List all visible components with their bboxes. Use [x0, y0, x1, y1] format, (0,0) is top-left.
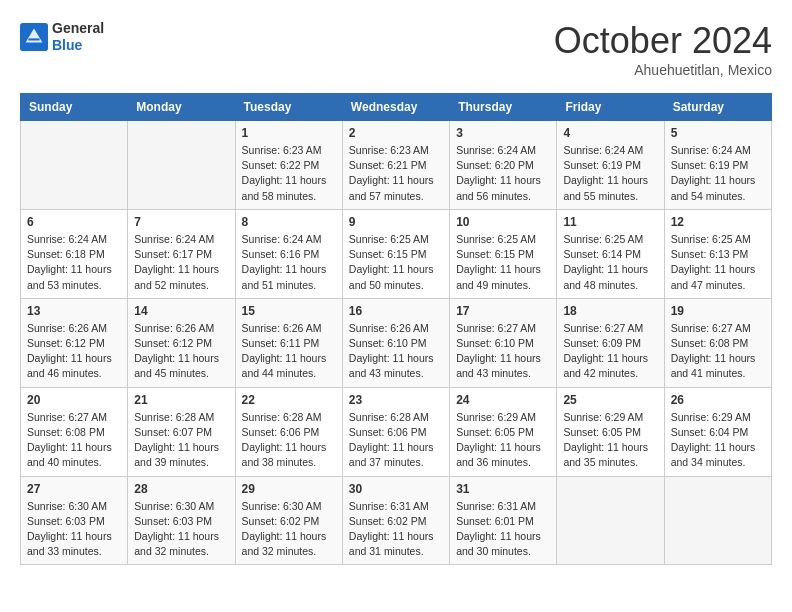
calendar-cell: 6Sunrise: 6:24 AM Sunset: 6:18 PM Daylig…: [21, 209, 128, 298]
calendar-cell: 31Sunrise: 6:31 AM Sunset: 6:01 PM Dayli…: [450, 476, 557, 565]
calendar-cell: 9Sunrise: 6:25 AM Sunset: 6:15 PM Daylig…: [342, 209, 449, 298]
calendar-cell: 11Sunrise: 6:25 AM Sunset: 6:14 PM Dayli…: [557, 209, 664, 298]
calendar-week-4: 20Sunrise: 6:27 AM Sunset: 6:08 PM Dayli…: [21, 387, 772, 476]
calendar-cell: 25Sunrise: 6:29 AM Sunset: 6:05 PM Dayli…: [557, 387, 664, 476]
day-number: 14: [134, 304, 228, 318]
day-number: 20: [27, 393, 121, 407]
day-number: 10: [456, 215, 550, 229]
day-info: Sunrise: 6:24 AM Sunset: 6:20 PM Dayligh…: [456, 143, 550, 204]
calendar-cell: 28Sunrise: 6:30 AM Sunset: 6:03 PM Dayli…: [128, 476, 235, 565]
calendar-body: 1Sunrise: 6:23 AM Sunset: 6:22 PM Daylig…: [21, 121, 772, 565]
day-info: Sunrise: 6:30 AM Sunset: 6:02 PM Dayligh…: [242, 499, 336, 560]
day-number: 26: [671, 393, 765, 407]
day-info: Sunrise: 6:26 AM Sunset: 6:11 PM Dayligh…: [242, 321, 336, 382]
weekday-header-thursday: Thursday: [450, 94, 557, 121]
day-number: 3: [456, 126, 550, 140]
calendar-cell: 10Sunrise: 6:25 AM Sunset: 6:15 PM Dayli…: [450, 209, 557, 298]
month-title: October 2024: [554, 20, 772, 62]
day-number: 7: [134, 215, 228, 229]
day-number: 15: [242, 304, 336, 318]
calendar-cell: 26Sunrise: 6:29 AM Sunset: 6:04 PM Dayli…: [664, 387, 771, 476]
day-info: Sunrise: 6:26 AM Sunset: 6:10 PM Dayligh…: [349, 321, 443, 382]
day-number: 16: [349, 304, 443, 318]
day-number: 25: [563, 393, 657, 407]
calendar-cell: 23Sunrise: 6:28 AM Sunset: 6:06 PM Dayli…: [342, 387, 449, 476]
day-info: Sunrise: 6:25 AM Sunset: 6:15 PM Dayligh…: [349, 232, 443, 293]
day-info: Sunrise: 6:29 AM Sunset: 6:05 PM Dayligh…: [456, 410, 550, 471]
day-info: Sunrise: 6:30 AM Sunset: 6:03 PM Dayligh…: [134, 499, 228, 560]
calendar-cell: 13Sunrise: 6:26 AM Sunset: 6:12 PM Dayli…: [21, 298, 128, 387]
day-info: Sunrise: 6:26 AM Sunset: 6:12 PM Dayligh…: [134, 321, 228, 382]
calendar-cell: 16Sunrise: 6:26 AM Sunset: 6:10 PM Dayli…: [342, 298, 449, 387]
svg-rect-2: [28, 38, 39, 40]
day-number: 28: [134, 482, 228, 496]
day-number: 21: [134, 393, 228, 407]
day-number: 19: [671, 304, 765, 318]
day-info: Sunrise: 6:29 AM Sunset: 6:05 PM Dayligh…: [563, 410, 657, 471]
calendar-cell: 15Sunrise: 6:26 AM Sunset: 6:11 PM Dayli…: [235, 298, 342, 387]
calendar-table: SundayMondayTuesdayWednesdayThursdayFrid…: [20, 93, 772, 565]
calendar-week-5: 27Sunrise: 6:30 AM Sunset: 6:03 PM Dayli…: [21, 476, 772, 565]
day-info: Sunrise: 6:27 AM Sunset: 6:08 PM Dayligh…: [671, 321, 765, 382]
day-number: 22: [242, 393, 336, 407]
calendar-cell: 29Sunrise: 6:30 AM Sunset: 6:02 PM Dayli…: [235, 476, 342, 565]
day-info: Sunrise: 6:24 AM Sunset: 6:19 PM Dayligh…: [563, 143, 657, 204]
day-info: Sunrise: 6:31 AM Sunset: 6:02 PM Dayligh…: [349, 499, 443, 560]
day-info: Sunrise: 6:24 AM Sunset: 6:19 PM Dayligh…: [671, 143, 765, 204]
title-block: October 2024 Ahuehuetitlan, Mexico: [554, 20, 772, 78]
logo-icon: [20, 23, 48, 51]
calendar-cell: [21, 121, 128, 210]
day-info: Sunrise: 6:25 AM Sunset: 6:15 PM Dayligh…: [456, 232, 550, 293]
calendar-cell: 17Sunrise: 6:27 AM Sunset: 6:10 PM Dayli…: [450, 298, 557, 387]
calendar-cell: 7Sunrise: 6:24 AM Sunset: 6:17 PM Daylig…: [128, 209, 235, 298]
calendar-cell: 12Sunrise: 6:25 AM Sunset: 6:13 PM Dayli…: [664, 209, 771, 298]
calendar-cell: 21Sunrise: 6:28 AM Sunset: 6:07 PM Dayli…: [128, 387, 235, 476]
day-info: Sunrise: 6:24 AM Sunset: 6:17 PM Dayligh…: [134, 232, 228, 293]
day-number: 18: [563, 304, 657, 318]
location: Ahuehuetitlan, Mexico: [554, 62, 772, 78]
day-number: 24: [456, 393, 550, 407]
weekday-header-wednesday: Wednesday: [342, 94, 449, 121]
weekday-header-monday: Monday: [128, 94, 235, 121]
calendar-cell: 3Sunrise: 6:24 AM Sunset: 6:20 PM Daylig…: [450, 121, 557, 210]
calendar-cell: 1Sunrise: 6:23 AM Sunset: 6:22 PM Daylig…: [235, 121, 342, 210]
day-info: Sunrise: 6:30 AM Sunset: 6:03 PM Dayligh…: [27, 499, 121, 560]
logo-text: General Blue: [52, 20, 104, 54]
calendar-cell: [664, 476, 771, 565]
weekday-header-sunday: Sunday: [21, 94, 128, 121]
day-number: 8: [242, 215, 336, 229]
calendar-cell: 30Sunrise: 6:31 AM Sunset: 6:02 PM Dayli…: [342, 476, 449, 565]
day-info: Sunrise: 6:23 AM Sunset: 6:21 PM Dayligh…: [349, 143, 443, 204]
day-number: 13: [27, 304, 121, 318]
day-number: 31: [456, 482, 550, 496]
weekday-header-friday: Friday: [557, 94, 664, 121]
day-info: Sunrise: 6:23 AM Sunset: 6:22 PM Dayligh…: [242, 143, 336, 204]
weekday-header-row: SundayMondayTuesdayWednesdayThursdayFrid…: [21, 94, 772, 121]
day-number: 23: [349, 393, 443, 407]
day-number: 29: [242, 482, 336, 496]
day-info: Sunrise: 6:27 AM Sunset: 6:10 PM Dayligh…: [456, 321, 550, 382]
day-info: Sunrise: 6:28 AM Sunset: 6:06 PM Dayligh…: [349, 410, 443, 471]
day-number: 9: [349, 215, 443, 229]
logo: General Blue: [20, 20, 104, 54]
calendar-cell: 5Sunrise: 6:24 AM Sunset: 6:19 PM Daylig…: [664, 121, 771, 210]
calendar-week-3: 13Sunrise: 6:26 AM Sunset: 6:12 PM Dayli…: [21, 298, 772, 387]
calendar-cell: 8Sunrise: 6:24 AM Sunset: 6:16 PM Daylig…: [235, 209, 342, 298]
weekday-header-saturday: Saturday: [664, 94, 771, 121]
calendar-cell: 24Sunrise: 6:29 AM Sunset: 6:05 PM Dayli…: [450, 387, 557, 476]
calendar-cell: [557, 476, 664, 565]
day-info: Sunrise: 6:27 AM Sunset: 6:08 PM Dayligh…: [27, 410, 121, 471]
day-info: Sunrise: 6:31 AM Sunset: 6:01 PM Dayligh…: [456, 499, 550, 560]
calendar-cell: 22Sunrise: 6:28 AM Sunset: 6:06 PM Dayli…: [235, 387, 342, 476]
day-number: 5: [671, 126, 765, 140]
day-info: Sunrise: 6:29 AM Sunset: 6:04 PM Dayligh…: [671, 410, 765, 471]
calendar-cell: 27Sunrise: 6:30 AM Sunset: 6:03 PM Dayli…: [21, 476, 128, 565]
calendar-cell: 20Sunrise: 6:27 AM Sunset: 6:08 PM Dayli…: [21, 387, 128, 476]
day-info: Sunrise: 6:27 AM Sunset: 6:09 PM Dayligh…: [563, 321, 657, 382]
day-info: Sunrise: 6:28 AM Sunset: 6:07 PM Dayligh…: [134, 410, 228, 471]
day-number: 4: [563, 126, 657, 140]
day-number: 30: [349, 482, 443, 496]
day-number: 1: [242, 126, 336, 140]
calendar-cell: 14Sunrise: 6:26 AM Sunset: 6:12 PM Dayli…: [128, 298, 235, 387]
calendar-cell: 2Sunrise: 6:23 AM Sunset: 6:21 PM Daylig…: [342, 121, 449, 210]
